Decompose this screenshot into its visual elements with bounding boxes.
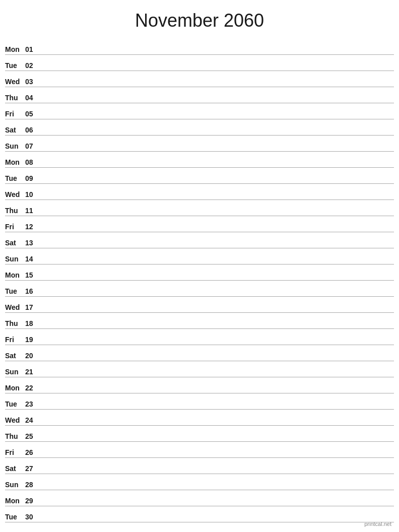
calendar-row: Wed24 [5, 410, 394, 426]
day-number: 27 [25, 464, 40, 473]
day-name: Mon [5, 45, 25, 53]
day-number: 07 [25, 142, 40, 150]
day-number: 19 [25, 336, 40, 344]
day-name: Mon [5, 497, 25, 505]
day-name: Wed [5, 416, 25, 424]
day-name: Fri [5, 110, 25, 118]
day-name: Fri [5, 336, 25, 344]
day-name: Tue [5, 174, 25, 182]
calendar-row: Tue23 [5, 393, 394, 410]
day-number: 15 [25, 271, 40, 279]
calendar-row: Wed10 [5, 184, 394, 200]
day-name: Fri [5, 223, 25, 231]
calendar-row: Sat13 [5, 232, 394, 248]
day-number: 09 [25, 174, 40, 182]
day-number: 22 [25, 384, 40, 392]
day-name: Sat [5, 239, 25, 247]
day-name: Mon [5, 384, 25, 392]
day-name: Mon [5, 158, 25, 166]
calendar-row: Sun14 [5, 248, 394, 264]
day-number: 23 [25, 400, 40, 408]
day-name: Wed [5, 190, 25, 198]
calendar-row: Sun21 [5, 361, 394, 377]
page-title: November 2060 [0, 0, 399, 39]
day-name: Tue [5, 400, 25, 408]
day-number: 08 [25, 158, 40, 166]
day-name: Thu [5, 432, 25, 440]
day-name: Thu [5, 94, 25, 102]
calendar-row: Fri05 [5, 103, 394, 119]
day-number: 24 [25, 416, 40, 424]
day-name: Sun [5, 255, 25, 263]
day-name: Sat [5, 126, 25, 134]
day-number: 14 [25, 255, 40, 263]
day-number: 04 [25, 94, 40, 102]
day-number: 18 [25, 319, 40, 327]
day-name: Sat [5, 352, 25, 360]
calendar-row: Mon22 [5, 377, 394, 393]
calendar-row: Sat20 [5, 345, 394, 361]
day-name: Wed [5, 303, 25, 311]
day-number: 13 [25, 239, 40, 247]
calendar-row: Tue30 [5, 506, 394, 522]
calendar-row: Tue02 [5, 55, 394, 71]
day-name: Wed [5, 78, 25, 86]
day-number: 06 [25, 126, 40, 134]
day-number: 02 [25, 61, 40, 70]
calendar-row: Tue09 [5, 168, 394, 184]
day-name: Mon [5, 271, 25, 279]
calendar-row: Sat06 [5, 119, 394, 136]
day-name: Thu [5, 319, 25, 327]
day-name: Fri [5, 448, 25, 456]
calendar-container: Mon01Tue02Wed03Thu04Fri05Sat06Sun07Mon08… [0, 39, 399, 522]
day-name: Sun [5, 481, 25, 489]
day-number: 03 [25, 78, 40, 86]
day-name: Sun [5, 142, 25, 150]
calendar-row: Sun07 [5, 136, 394, 152]
day-name: Tue [5, 287, 25, 295]
calendar-row: Fri26 [5, 442, 394, 458]
day-number: 10 [25, 190, 40, 198]
day-number: 11 [25, 207, 40, 215]
calendar-row: Fri19 [5, 329, 394, 345]
day-number: 20 [25, 352, 40, 360]
day-name: Sat [5, 464, 25, 473]
day-name: Tue [5, 513, 25, 521]
day-number: 29 [25, 497, 40, 505]
day-number: 21 [25, 368, 40, 376]
calendar-row: Wed17 [5, 297, 394, 313]
day-number: 01 [25, 45, 40, 53]
calendar-row: Thu04 [5, 87, 394, 103]
calendar-row: Wed03 [5, 71, 394, 87]
day-name: Sun [5, 368, 25, 376]
calendar-row: Thu18 [5, 313, 394, 329]
day-number: 16 [25, 287, 40, 295]
day-number: 28 [25, 481, 40, 489]
day-name: Tue [5, 61, 25, 70]
calendar-row: Thu11 [5, 200, 394, 216]
calendar-row: Thu25 [5, 426, 394, 442]
calendar-row: Sun28 [5, 474, 394, 490]
day-number: 12 [25, 223, 40, 231]
day-number: 26 [25, 448, 40, 456]
calendar-row: Fri12 [5, 216, 394, 232]
day-number: 30 [25, 513, 40, 521]
calendar-row: Mon29 [5, 490, 394, 506]
day-name: Thu [5, 207, 25, 215]
calendar-row: Mon08 [5, 152, 394, 168]
calendar-row: Tue16 [5, 281, 394, 297]
day-number: 17 [25, 303, 40, 311]
calendar-row: Sat27 [5, 458, 394, 474]
day-number: 05 [25, 110, 40, 118]
calendar-row: Mon15 [5, 264, 394, 281]
day-number: 25 [25, 432, 40, 440]
calendar-row: Mon01 [5, 39, 394, 55]
footer-attribution: printcal.net [364, 521, 391, 527]
